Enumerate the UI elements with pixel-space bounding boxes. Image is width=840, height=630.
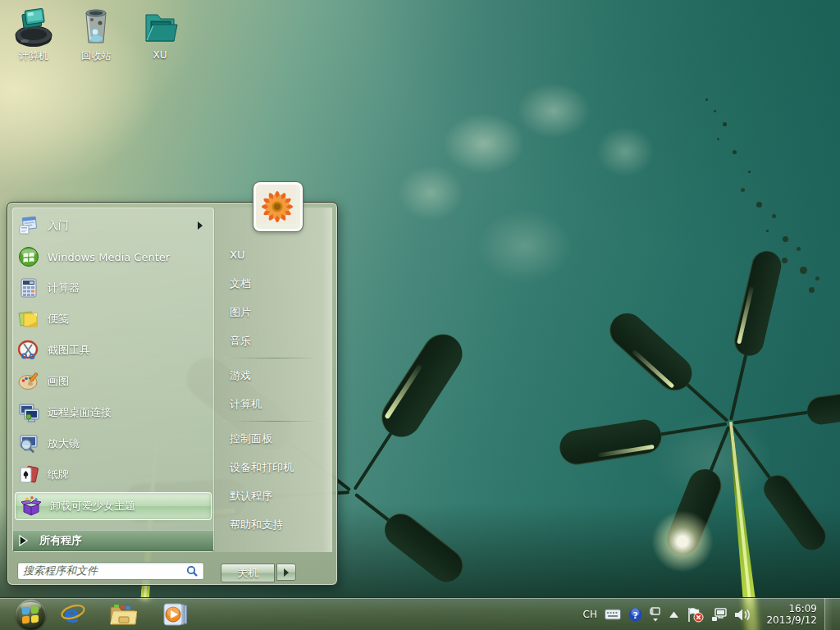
desktop-icon-recycle-bin[interactable]: 回收站 [64, 5, 128, 63]
menu-item-label: 截图工具 [48, 343, 90, 358]
internet-explorer-icon: e [60, 601, 86, 628]
start-right-item-pictures[interactable]: 图片 [215, 298, 332, 326]
start-right-item-games[interactable]: 游戏 [215, 361, 332, 390]
menu-item-label: Windows Media Center [48, 251, 170, 263]
search-placeholder: 搜索程序和文件 [23, 564, 98, 578]
desktop-icon-label: 计算机 [19, 50, 48, 62]
explorer-folder-icon [109, 602, 137, 627]
start-button[interactable] [16, 600, 46, 630]
volume-icon[interactable] [734, 608, 752, 622]
media-player-icon [162, 601, 189, 628]
media-center-icon [18, 246, 39, 267]
clock-time: 16:09 [760, 603, 817, 614]
shutdown-button[interactable]: 关机 [221, 564, 275, 582]
all-programs-label: 所有程序 [39, 533, 82, 548]
taskbar: e [0, 597, 840, 630]
theme-package-icon [21, 495, 42, 517]
keyboard-icon[interactable] [605, 609, 621, 620]
action-center-flag-icon[interactable] [687, 607, 704, 623]
network-icon[interactable] [711, 608, 727, 622]
desktop-icon-xu-folder[interactable]: XU [128, 5, 192, 61]
flower-avatar-image [256, 185, 295, 224]
menu-item-label: 纸牌 [48, 468, 69, 482]
remote-desktop-icon [18, 402, 39, 423]
taskbar-clock[interactable]: 16:09 2013/9/12 [760, 603, 817, 626]
menu-item-solitaire[interactable]: 纸牌 [13, 459, 213, 491]
start-right-item-documents[interactable]: 文档 [215, 269, 332, 298]
taskbar-windows-media-player[interactable] [162, 601, 189, 628]
system-tray: CH ? [583, 598, 840, 630]
start-menu-left-panel: 入门 Windows Media Center 计算器 [12, 208, 214, 552]
wallpaper-speckles [705, 98, 708, 101]
desktop-icon-label: XU [153, 49, 167, 61]
user-avatar[interactable] [253, 182, 303, 231]
solitaire-icon [18, 464, 39, 486]
shutdown-control: 关机 [221, 564, 296, 582]
computer-icon [13, 5, 54, 48]
search-icon[interactable] [186, 565, 199, 578]
sun-flare [651, 510, 714, 573]
menu-item-windows-media-center[interactable]: Windows Media Center [13, 241, 213, 272]
shutdown-arrow-icon [283, 568, 290, 577]
search-input[interactable]: 搜索程序和文件 [17, 562, 204, 580]
taskbar-windows-explorer[interactable] [109, 602, 137, 627]
start-menu-right-panel: XU 文档 图片 音乐 游戏 计算机 控制面板 设备和打印机 默认程序 帮助和支… [214, 208, 332, 552]
menu-item-label: 画图 [48, 374, 69, 389]
folder-icon [139, 5, 180, 48]
magnifier-icon [18, 433, 39, 454]
clock-date: 2013/9/12 [760, 614, 817, 626]
menu-item-paint[interactable]: 画图 [13, 366, 213, 397]
recycle-bin-icon [75, 5, 116, 48]
menu-item-getting-started[interactable]: 入门 [13, 210, 213, 241]
start-right-item-music[interactable]: 音乐 [215, 326, 332, 355]
menu-item-label: 入门 [48, 218, 69, 233]
sticky-notes-icon [18, 308, 39, 330]
paint-icon [18, 371, 39, 392]
all-programs-arrow-icon [18, 535, 28, 546]
start-menu: 入门 Windows Media Center 计算器 [7, 202, 338, 586]
help-icon[interactable]: ? [628, 608, 642, 622]
menu-item-label: 卸载可爱少女主题 [50, 499, 135, 514]
menu-item-sticky-notes[interactable]: 便笺 [13, 304, 213, 335]
start-right-item-help-support[interactable]: 帮助和支持 [215, 510, 332, 539]
getting-started-icon [18, 215, 39, 236]
menu-item-remote-desktop[interactable]: 远程桌面连接 [13, 397, 213, 428]
windows-flag-icon [22, 606, 30, 614]
right-panel-divider [223, 358, 324, 358]
menu-item-label: 远程桌面连接 [48, 405, 112, 420]
menu-item-snipping-tool[interactable]: 截图工具 [13, 335, 213, 366]
calculator-icon [18, 277, 39, 299]
start-right-item-control-panel[interactable]: 控制面板 [215, 424, 332, 453]
show-desktop-button[interactable] [824, 598, 832, 630]
menu-item-label: 计算器 [48, 281, 80, 295]
start-right-item-user[interactable]: XU [215, 240, 332, 269]
desktop-icon-computer[interactable]: 计算机 [2, 5, 66, 63]
shutdown-options-button[interactable] [276, 564, 296, 581]
language-bar-options-icon[interactable] [650, 607, 661, 622]
menu-item-calculator[interactable]: 计算器 [13, 272, 213, 304]
taskbar-internet-explorer[interactable]: e [60, 601, 86, 628]
start-right-item-devices-printers[interactable]: 设备和打印机 [215, 453, 332, 482]
snipping-tool-icon [18, 340, 39, 361]
menu-item-label: 放大镜 [48, 436, 80, 451]
start-right-item-computer[interactable]: 计算机 [215, 390, 332, 418]
menu-item-label: 便笺 [48, 312, 69, 326]
svg-text:?: ? [633, 609, 638, 620]
submenu-arrow-icon [197, 221, 203, 230]
all-programs-button[interactable]: 所有程序 [13, 530, 213, 551]
menu-item-magnifier[interactable]: 放大镜 [13, 428, 213, 459]
taskbar-apps: e [0, 598, 189, 630]
start-right-item-default-programs[interactable]: 默认程序 [215, 482, 332, 510]
right-panel-divider [223, 421, 324, 422]
show-hidden-icons-icon[interactable] [669, 611, 679, 619]
desktop-icon-label: 回收站 [81, 50, 111, 62]
windows-desktop: 计算机 回收站 XU [0, 0, 840, 630]
menu-item-uninstall-theme[interactable]: 卸载可爱少女主题 [15, 492, 212, 520]
language-indicator[interactable]: CH [583, 609, 597, 620]
